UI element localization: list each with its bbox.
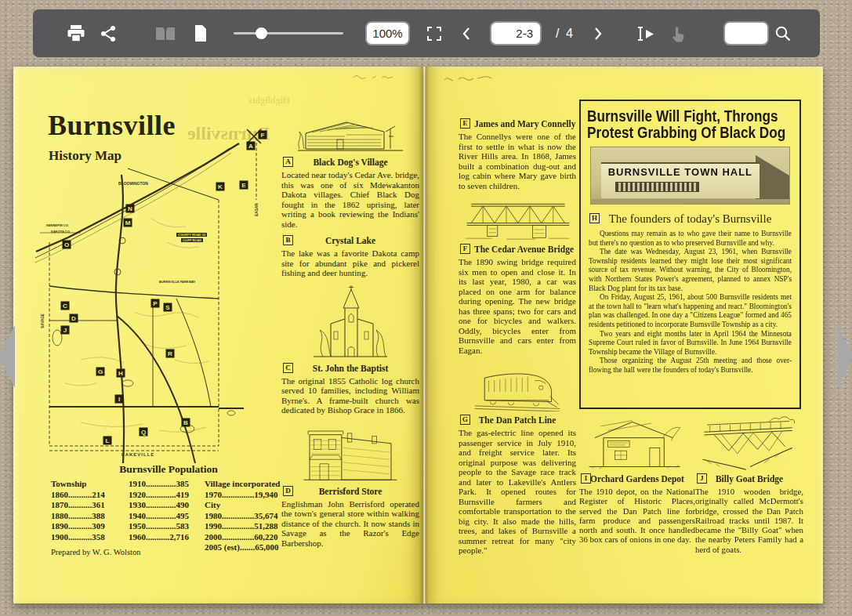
section-title: Crystal Lake bbox=[281, 235, 419, 246]
section-letter: I bbox=[581, 473, 591, 484]
next-spread-arrow[interactable] bbox=[837, 325, 852, 388]
section-title: The Dan Patch Line bbox=[459, 415, 576, 426]
page-number-input[interactable] bbox=[490, 21, 542, 45]
chevron-right-icon bbox=[593, 27, 603, 41]
train-illustration bbox=[466, 361, 568, 411]
map-label-dakota: DAKOTA CO. bbox=[51, 230, 71, 234]
map-marker-A: A bbox=[247, 142, 256, 150]
town-hall-sign: BURNSVILLE TOWN HALL bbox=[601, 166, 760, 178]
two-page-view-button[interactable] bbox=[154, 25, 177, 42]
next-page-button[interactable] bbox=[593, 27, 603, 41]
section-title: Black Dog's Village bbox=[281, 157, 419, 168]
fullscreen-button[interactable] bbox=[427, 27, 441, 41]
section-title: Orchard Gardens Depot bbox=[579, 473, 695, 484]
previous-spread-arrow[interactable] bbox=[0, 325, 15, 388]
section-letter: B bbox=[283, 235, 293, 245]
section-text: The original 1855 Catholic log church se… bbox=[281, 376, 419, 415]
map-marker-P: P bbox=[151, 299, 160, 308]
map-label-cliff-road: CLIFF ROAD bbox=[181, 238, 203, 242]
section-text: The 1890 swing bridge required six men t… bbox=[459, 257, 576, 355]
section-g: G The Dan Patch Line The gas-electric li… bbox=[459, 415, 576, 556]
church-illustration bbox=[307, 284, 393, 360]
section-text: The gas-electric line opened its passeng… bbox=[459, 428, 576, 556]
page-total-label: / 4 bbox=[556, 27, 575, 41]
section-letter: E bbox=[460, 118, 470, 129]
section-letter: C bbox=[283, 363, 293, 373]
search-input[interactable] bbox=[723, 21, 769, 45]
map-marker-C: C bbox=[61, 302, 70, 310]
hand-tool-icon bbox=[670, 25, 686, 42]
section-title: James and Mary Connelly bbox=[459, 118, 576, 129]
print-button[interactable] bbox=[67, 25, 85, 42]
map-marker-L: L bbox=[103, 437, 112, 445]
section-text: The lake was a favorite Dakota camp site… bbox=[281, 248, 419, 278]
section-d: D Berrisford Store Englishman John Berri… bbox=[281, 486, 419, 549]
section-a: A Black Dog's Village Located near today… bbox=[281, 157, 419, 229]
headline-line-2: Protest Grabbing Of Black Dog bbox=[587, 125, 764, 141]
section-c: C St. John the Baptist The original 1855… bbox=[281, 363, 419, 415]
printer-icon bbox=[67, 25, 85, 42]
headline: Burnsville Will Fight, Throngs Protest G… bbox=[587, 108, 793, 141]
right-page[interactable]: E James and Mary Connelly The Connellys … bbox=[426, 67, 823, 603]
section-text: Englishman John Berrisford operated the … bbox=[281, 499, 419, 549]
log-cabin-illustration bbox=[292, 118, 409, 154]
section-letter: J bbox=[697, 473, 707, 484]
section-j: J Billy Goat Bridge The 1910 wooden brid… bbox=[695, 473, 803, 554]
search-icon bbox=[774, 25, 792, 42]
single-page-view-button[interactable] bbox=[193, 24, 208, 42]
map-label-hennepin: HENNEPIN CO. bbox=[46, 223, 69, 227]
flipbook-viewer: 100% / 4 bbox=[0, 0, 852, 616]
share-button[interactable] bbox=[100, 25, 117, 42]
map-marker-K: K bbox=[216, 183, 225, 191]
photo-ground bbox=[591, 199, 789, 204]
map-marker-O: O bbox=[63, 241, 71, 249]
map-marker-B: B bbox=[182, 419, 190, 427]
map-marker-Q: Q bbox=[140, 428, 148, 437]
section-letter: G bbox=[460, 415, 470, 425]
right-page-left-column: E James and Mary Connelly The Connellys … bbox=[459, 118, 576, 562]
left-page[interactable]: Highlights Burnsville Burnsville History… bbox=[13, 67, 422, 603]
map-marker-R: R bbox=[166, 350, 175, 358]
section-letter: H bbox=[589, 213, 600, 223]
search-button[interactable] bbox=[774, 25, 792, 42]
hand-tool-button[interactable] bbox=[670, 25, 686, 42]
town-hall-photo: BURNSVILLE TOWN HALL bbox=[590, 147, 790, 205]
text-select-tool-button[interactable] bbox=[634, 25, 654, 42]
prepared-by-credit: Prepared by W. G. Wolston bbox=[51, 548, 140, 556]
map-marker-I: I bbox=[115, 395, 124, 404]
viewer-toolbar: 100% / 4 bbox=[33, 9, 820, 57]
founders-heading: H The founders of today's Burnsville bbox=[581, 212, 799, 226]
population-table: Burnsville Population Township 1860.....… bbox=[49, 463, 288, 557]
bleed-through-text: Highlights bbox=[248, 95, 290, 107]
two-page-view-icon bbox=[154, 25, 177, 42]
population-col-township: Township 1860...........214 1870........… bbox=[51, 479, 105, 542]
map-marker-M: M bbox=[124, 219, 132, 227]
previous-page-button[interactable] bbox=[462, 27, 471, 41]
section-text: The 1910 wooden bridge, originally calle… bbox=[695, 487, 803, 554]
map-label-savage: SAVAGE bbox=[41, 313, 45, 328]
section-f: F The Cedar Avenue Bridge The 1890 swing… bbox=[459, 244, 576, 355]
photo-window-strip bbox=[615, 182, 699, 192]
section-text: Located near today's Cedar Ave. bridge, … bbox=[281, 170, 419, 229]
depot-illustration bbox=[581, 416, 689, 471]
book-spine bbox=[419, 67, 429, 603]
map-marker-S: S bbox=[164, 303, 172, 312]
map-label-lakeville: LAKEVILLE bbox=[121, 452, 154, 457]
section-letter: F bbox=[460, 244, 470, 254]
text-select-icon bbox=[634, 25, 654, 42]
map-marker-J: J bbox=[61, 326, 70, 335]
section-title: Billy Goat Bridge bbox=[695, 473, 803, 484]
map-label-county-road: COUNTY ROAD 32 bbox=[176, 233, 207, 237]
fullscreen-icon bbox=[427, 27, 441, 41]
section-title: Berrisford Store bbox=[281, 486, 419, 497]
zoom-level-display[interactable]: 100% bbox=[365, 21, 410, 45]
map-label-bloomington: BLOOMINGTON bbox=[118, 181, 148, 186]
pencil-scribble bbox=[350, 71, 397, 82]
single-page-view-icon bbox=[193, 24, 208, 42]
map-label-parkway: BURNSVILLE PARKWAY bbox=[159, 280, 195, 284]
map-marker-F: F bbox=[259, 131, 267, 140]
zoom-slider[interactable] bbox=[234, 32, 343, 34]
founders-text: Questions may remain as to who gave thei… bbox=[589, 230, 792, 375]
section-title: The Cedar Avenue Bridge bbox=[459, 244, 576, 255]
zoom-slider-thumb[interactable] bbox=[256, 27, 267, 39]
